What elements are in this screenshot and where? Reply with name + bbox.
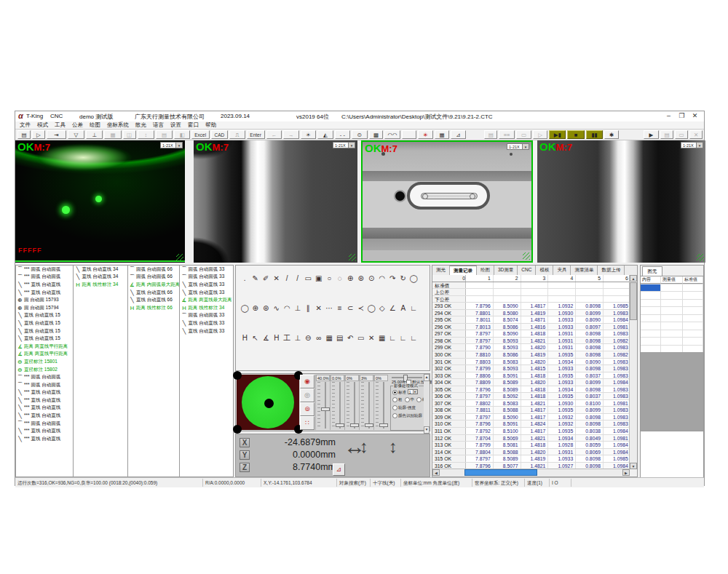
- table-row[interactable]: 314 OK7.88048.50881.48201.09310.80691.09…: [432, 449, 630, 456]
- play-gray-button[interactable]: ▷: [533, 130, 547, 139]
- list-item[interactable]: ⌒*** 圆弧 自动圆弧: [16, 420, 73, 428]
- list-item[interactable]: ∡距离 两直线平行距离: [16, 351, 73, 359]
- list-item[interactable]: ╲直线 自动直线 33: [180, 327, 233, 335]
- laser-target-button[interactable]: ✳: [418, 130, 434, 139]
- table-row[interactable]: 296 OK7.80138.50861.48161.09330.80971.09…: [432, 324, 630, 331]
- mode-standard-radio[interactable]: [392, 390, 397, 395]
- pause-button[interactable]: ▮▮: [586, 130, 603, 139]
- light-bulb-button[interactable]: ☀: [301, 130, 317, 139]
- table-row[interactable]: 295 OK7.80118.50741.48711.09330.80901.09…: [432, 316, 630, 324]
- list-item[interactable]: ╲*** 直线 自动直线: [16, 427, 73, 435]
- list-item[interactable]: ╲直线 自动直线 15: [16, 335, 73, 343]
- disabled-grid-button[interactable]: ▦: [104, 130, 121, 139]
- measurement-grid[interactable]: 0123456标准值上公差下公差293 OK7.87968.50901.4817…: [432, 275, 630, 469]
- slider-track[interactable]: [360, 382, 373, 428]
- slider-thumb[interactable]: [365, 423, 373, 427]
- pattern-button[interactable]: ▩: [369, 130, 384, 139]
- tab-1[interactable]: 测量记录: [450, 266, 477, 275]
- table-row[interactable]: 302 OK7.87998.50931.48151.09330.80981.09…: [432, 365, 630, 372]
- mode-contour-radio[interactable]: [392, 405, 397, 410]
- tab-7[interactable]: 测量清单: [571, 266, 598, 275]
- palette-tool-2-2[interactable]: ∡: [261, 333, 272, 343]
- palette-tool-0-14[interactable]: ↷: [387, 274, 398, 284]
- slider-thumb[interactable]: [379, 423, 388, 427]
- palette-tool-2-15[interactable]: ∟: [398, 333, 409, 343]
- blank-button[interactable]: [402, 130, 416, 139]
- palette-tool-1-6[interactable]: ∥: [303, 303, 314, 314]
- table-row[interactable]: 293 OK7.87968.50901.48171.09320.80981.09…: [432, 303, 630, 310]
- light-panel-scrollbar[interactable]: ▲▼: [424, 374, 430, 431]
- list-item[interactable]: ∡距离 两直线最大距离: [180, 296, 233, 304]
- resize-grip[interactable]: [697, 254, 704, 261]
- palette-tool-1-2[interactable]: ⊛: [261, 303, 272, 314]
- list-item[interactable]: ╲直线 自动直线 66: [128, 289, 180, 297]
- palette-tool-1-14[interactable]: ∠: [387, 303, 398, 314]
- close-button[interactable]: ✕: [689, 111, 701, 121]
- jog-z-icon[interactable]: ↕: [389, 437, 397, 457]
- enter-button[interactable]: Enter: [247, 130, 265, 139]
- palette-tool-1-5[interactable]: ⊥: [293, 303, 304, 314]
- palette-tool-2-10[interactable]: ↶: [345, 333, 356, 343]
- slider-thumb[interactable]: [350, 423, 359, 427]
- list-item[interactable]: ╲*** 直线 自动直线: [16, 281, 73, 289]
- list-item[interactable]: ╲直线 自动直线 33: [180, 289, 233, 297]
- palette-tool-1-16[interactable]: ∟: [408, 303, 419, 314]
- palette-tool-2-6[interactable]: ⊖: [303, 333, 314, 343]
- list-item[interactable]: ∡距离 内圆弧最大距离: [128, 281, 180, 289]
- menu-item-10[interactable]: 帮助: [205, 121, 216, 129]
- camera-view-3-selected[interactable]: OKM:7 1-21X▾: [361, 140, 533, 263]
- light-slider-1[interactable]: 0.0%: [330, 375, 344, 430]
- list-item[interactable]: ⌒*** 圆弧 自动圆弧: [16, 381, 73, 389]
- list-item[interactable]: ╲直线 自动直线 66: [128, 296, 180, 304]
- list-item[interactable]: ⌒*** 圆弧 自动圆弧: [16, 373, 73, 381]
- record-list-button[interactable]: ≡≡: [499, 130, 515, 139]
- goto-button[interactable]: ⇥: [47, 130, 66, 139]
- table-row[interactable]: 297 OK7.87978.50901.48181.09310.80981.09…: [432, 330, 630, 338]
- palette-tool-0-2[interactable]: ✐: [261, 274, 272, 284]
- palette-tool-2-9[interactable]: ▤: [335, 333, 346, 343]
- jog-arrows[interactable]: ↔ ↕ ↕: [344, 439, 402, 465]
- palette-tool-1-9[interactable]: ≡: [335, 303, 346, 314]
- palette-tool-0-11[interactable]: ⊛: [356, 274, 367, 284]
- palette-tool-0-4[interactable]: /: [282, 274, 293, 284]
- ring-outer-button[interactable]: ◎: [300, 388, 314, 402]
- palette-tool-2-16[interactable]: ∟: [408, 333, 419, 343]
- dash-button[interactable]: - -: [335, 130, 351, 139]
- palette-tool-2-11[interactable]: ▭: [356, 333, 367, 343]
- list-item[interactable]: ╲直线 自动直线 33: [180, 281, 233, 289]
- mode-color-radio[interactable]: [392, 413, 397, 418]
- table-row[interactable]: 304 OK7.88098.50891.48201.09330.80991.09…: [432, 379, 630, 386]
- trend-chart-button[interactable]: ⊿: [333, 463, 345, 476]
- palette-tool-1-13[interactable]: ◇: [377, 303, 388, 314]
- table-row[interactable]: 309 OK7.87978.50901.48171.09320.80981.09…: [432, 414, 630, 421]
- tab-3[interactable]: 3D测量: [494, 266, 518, 275]
- palette-tool-0-7[interactable]: ▣: [314, 274, 325, 284]
- table-row[interactable]: 298 OK7.87978.50931.48211.09310.80981.09…: [432, 338, 630, 345]
- vertical-scrollbar[interactable]: ▲▼: [629, 275, 637, 469]
- run-program-button[interactable]: ▶: [644, 130, 660, 139]
- list-item[interactable]: ╲直线 自动直线 34: [74, 274, 127, 282]
- list-item[interactable]: ∡距离 两直线平行距离: [16, 343, 73, 351]
- palette-tool-0-8[interactable]: ○: [324, 274, 335, 284]
- profile-button[interactable]: ⎍: [229, 130, 245, 139]
- ring-segment-button[interactable]: ∷: [300, 416, 314, 430]
- menu-item-6[interactable]: 散光: [135, 121, 146, 129]
- palette-tool-1-8[interactable]: ⋯: [324, 303, 335, 314]
- slider-track[interactable]: [374, 382, 388, 428]
- camera-view-1[interactable]: OKM:7 1-21X▾ FFFFF: [15, 140, 185, 263]
- menu-item-4[interactable]: 绘图: [90, 121, 100, 129]
- list-item[interactable]: H距离 线性标注 34: [74, 281, 127, 289]
- menu-item-1[interactable]: 模式: [37, 121, 48, 129]
- tab-2[interactable]: 绘图: [477, 266, 494, 275]
- palette-tool-2-0[interactable]: H: [240, 333, 250, 343]
- palette-tool-1-7[interactable]: ✕: [314, 303, 325, 314]
- palette-tool-1-3[interactable]: ∿: [272, 303, 282, 314]
- list-item[interactable]: ╲*** 直线 自动直线: [16, 396, 73, 404]
- palette-tool-0-6[interactable]: ▭: [303, 274, 314, 284]
- maximize-button[interactable]: ❐: [676, 111, 688, 121]
- save-file-button[interactable]: ▤: [17, 130, 31, 139]
- resize-grip[interactable]: [523, 252, 530, 260]
- element-row[interactable]: [641, 300, 703, 308]
- ring-full-button[interactable]: ◉: [300, 375, 314, 388]
- stop-button[interactable]: ■: [567, 130, 584, 139]
